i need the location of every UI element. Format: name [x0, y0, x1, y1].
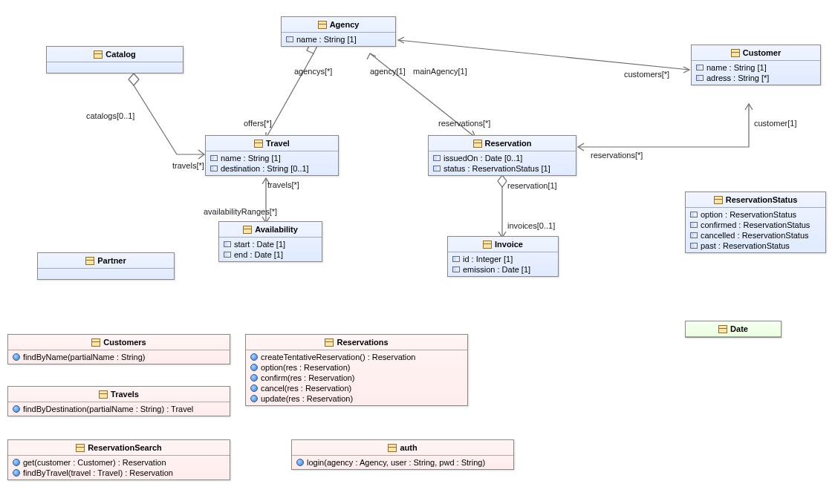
class-name: ReservationStatus — [726, 195, 798, 204]
operation-icon — [250, 395, 258, 402]
class-reservation[interactable]: Reservation issuedOn : Date [0..1] statu… — [428, 135, 576, 176]
attribute-row: past : ReservationStatus — [689, 240, 822, 251]
class-body: name : String [1] adress : String [*] — [692, 61, 820, 85]
attribute-row: name : String [1] — [209, 153, 335, 163]
class-icon — [718, 325, 727, 333]
attribute-row: status : ReservationStatus [1] — [432, 163, 573, 174]
attribute-text: name : String [1] — [706, 63, 767, 72]
class-body: option : ReservationStatus confirmed : R… — [686, 208, 825, 252]
class-body: name : String [1] destination : String [… — [206, 151, 338, 175]
operation-icon — [250, 384, 258, 392]
edge-label-reservation1: reservation[1] — [507, 181, 557, 190]
class-icon — [318, 21, 327, 28]
edge-label-customer1: customer[1] — [754, 119, 796, 128]
class-icon — [91, 338, 100, 346]
operation-row: createTentativeReservation() : Reservati… — [249, 352, 464, 362]
attribute-icon — [452, 256, 460, 262]
class-title: Travel — [206, 136, 338, 151]
edge-label-travels-below: travels[*] — [267, 180, 299, 189]
attribute-icon — [224, 241, 231, 247]
attribute-text: start : Date [1] — [234, 240, 285, 249]
attribute-text: name : String [1] — [296, 35, 357, 44]
svg-marker-0 — [129, 73, 139, 85]
class-name: Invoice — [495, 240, 523, 249]
attribute-text: emission : Date [1] — [463, 265, 530, 274]
class-title: Reservations — [246, 335, 467, 350]
class-body — [38, 269, 174, 279]
operation-row: findByName(partialName : String) — [11, 352, 227, 362]
class-catalog[interactable]: Catalog — [46, 46, 183, 73]
class-title: Invoice — [448, 237, 558, 252]
service-travels[interactable]: Travels findByDestination(partialName : … — [7, 386, 230, 416]
class-icon — [254, 140, 263, 147]
attribute-text: name : String [1] — [221, 154, 281, 163]
class-body: issuedOn : Date [0..1] status : Reservat… — [429, 151, 576, 175]
attribute-icon — [690, 232, 698, 238]
class-icon — [76, 444, 85, 451]
class-name: Customer — [743, 48, 781, 57]
attribute-text: id : Integer [1] — [463, 255, 513, 264]
operation-row: cancel(res : Reservation) — [249, 383, 464, 393]
service-reservationsearch[interactable]: ReservationSearch get(customer : Custome… — [7, 439, 230, 480]
class-title: Customer — [692, 45, 820, 61]
attribute-text: adress : String [*] — [706, 73, 769, 82]
attribute-text: status : ReservationStatus [1] — [444, 164, 550, 173]
class-name: Reservations — [337, 338, 388, 347]
class-body: id : Integer [1] emission : Date [1] — [448, 252, 558, 276]
attribute-icon — [690, 222, 698, 228]
attribute-icon — [690, 243, 698, 249]
class-body: findByName(partialName : String) — [8, 350, 230, 364]
class-icon — [473, 140, 482, 147]
attribute-icon — [690, 212, 698, 217]
class-agency[interactable]: Agency name : String [1] — [281, 16, 396, 47]
edge-label-reservations-right: reservations[*] — [591, 151, 643, 160]
class-title: Travels — [8, 387, 230, 402]
class-name: Agency — [330, 20, 360, 29]
service-auth[interactable]: auth login(agency : Agency, user : Strin… — [291, 439, 514, 470]
class-icon — [483, 240, 492, 248]
attribute-icon — [286, 36, 293, 42]
operation-text: option(res : Reservation) — [261, 363, 350, 372]
attribute-row: option : ReservationStatus — [689, 209, 822, 220]
operation-row: login(agency : Agency, user : String, pw… — [295, 457, 510, 468]
service-customers[interactable]: Customers findByName(partialName : Strin… — [7, 334, 230, 364]
operation-text: findByDestination(partialName : String) … — [23, 405, 193, 413]
operation-text: confirm(res : Reservation) — [261, 373, 355, 382]
attribute-icon — [433, 155, 441, 161]
datatype-date[interactable]: Date — [685, 321, 782, 338]
attribute-icon — [224, 252, 231, 258]
attribute-row: emission : Date [1] — [451, 264, 555, 275]
operation-text: createTentativeReservation() : Reservati… — [261, 353, 415, 361]
svg-marker-2 — [498, 175, 507, 187]
class-availability[interactable]: Availability start : Date [1] end : Date… — [218, 221, 322, 262]
class-travel[interactable]: Travel name : String [1] destination : S… — [205, 135, 339, 176]
edge-label-offers: offers[*] — [244, 119, 272, 128]
class-name: Reservation — [485, 139, 532, 148]
operation-text: findByName(partialName : String) — [23, 353, 145, 361]
class-reservationstatus[interactable]: ReservationStatus option : ReservationSt… — [685, 192, 826, 253]
service-reservations[interactable]: Reservations createTentativeReservation(… — [245, 334, 468, 406]
attribute-row: adress : String [*] — [695, 73, 817, 83]
class-partner[interactable]: Partner — [37, 252, 175, 280]
class-name: ReservationSearch — [88, 443, 162, 452]
class-title: Customers — [8, 335, 230, 350]
attribute-icon — [433, 166, 441, 171]
attribute-icon — [696, 75, 704, 81]
operation-icon — [296, 459, 304, 466]
class-name: Availability — [255, 225, 298, 234]
operation-row: get(customer : Customer) : Reservation — [11, 457, 227, 468]
operation-row: update(res : Reservation) — [249, 393, 464, 404]
class-invoice[interactable]: Invoice id : Integer [1] emission : Date… — [447, 236, 559, 277]
attribute-text: end : Date [1] — [234, 250, 283, 259]
class-customer[interactable]: Customer name : String [1] adress : Stri… — [691, 45, 821, 85]
class-title: Reservation — [429, 136, 576, 151]
operation-row: findByDestination(partialName : String) … — [11, 404, 227, 414]
edge-label-catalogs: catalogs[0..1] — [86, 111, 134, 120]
class-icon — [243, 226, 252, 233]
attribute-icon — [452, 266, 460, 272]
class-name: Partner — [97, 256, 126, 265]
operation-row: findByTravel(travel : Travel) : Reservat… — [11, 468, 227, 478]
operation-icon — [13, 353, 20, 361]
class-body: findByDestination(partialName : String) … — [8, 402, 230, 416]
class-body: name : String [1] — [282, 33, 395, 46]
